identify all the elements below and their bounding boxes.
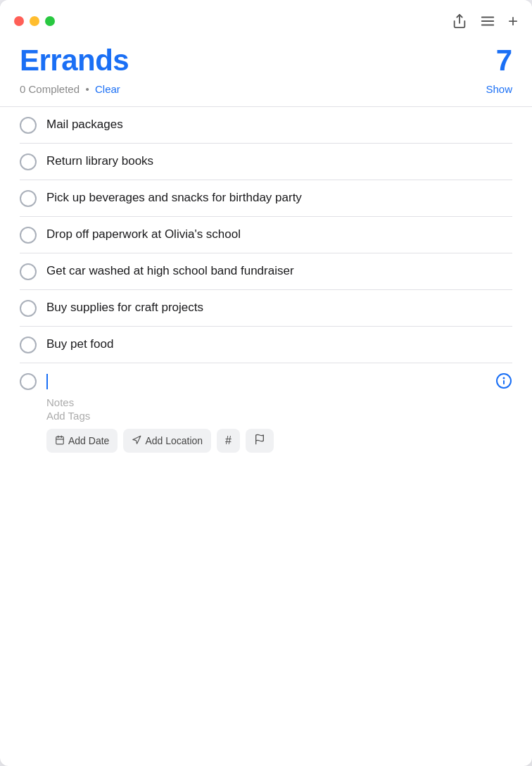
task-checkbox-4[interactable] <box>20 227 37 244</box>
location-icon <box>132 435 141 447</box>
list-header: Errands 7 <box>20 44 512 77</box>
flag-icon <box>254 434 265 448</box>
title-bar: + <box>0 0 532 37</box>
maximize-button[interactable] <box>45 16 55 26</box>
svg-rect-7 <box>56 437 64 444</box>
add-location-button[interactable]: Add Location <box>123 429 211 453</box>
task-item: Get car washed at high school band fundr… <box>20 253 512 290</box>
task-text-4: Drop off paperwork at Olivia's school <box>46 226 512 243</box>
notes-placeholder[interactable]: Notes <box>46 396 512 408</box>
task-text-7: Buy pet food <box>46 336 512 353</box>
toolbar-right: + <box>452 11 518 31</box>
list-view-icon[interactable] <box>480 13 495 29</box>
add-location-label: Add Location <box>145 435 203 446</box>
task-checkbox-1[interactable] <box>20 117 37 134</box>
task-checkbox-7[interactable] <box>20 337 37 353</box>
close-button[interactable] <box>14 16 24 26</box>
hashtag-icon: # <box>225 434 232 447</box>
task-text-1: Mail packages <box>46 116 512 133</box>
minimize-button[interactable] <box>30 16 39 26</box>
tags-placeholder[interactable]: Add Tags <box>46 410 512 422</box>
task-list: Mail packages Return library books Pick … <box>20 107 512 462</box>
task-item: Buy pet food <box>20 327 512 363</box>
clear-button[interactable]: Clear <box>95 83 120 95</box>
add-date-button[interactable]: Add Date <box>46 429 118 453</box>
task-extra: Notes Add Tags <box>20 394 512 453</box>
task-checkbox-2[interactable] <box>20 153 37 170</box>
task-input-area <box>46 372 486 389</box>
content-area: Errands 7 0 Completed • Clear Show Mail … <box>0 37 532 766</box>
app-window: + Errands 7 0 Completed • Clear Show Mai… <box>0 0 532 766</box>
task-item: Return library books <box>20 144 512 180</box>
new-task-item: Notes Add Tags <box>20 363 512 462</box>
task-text-2: Return library books <box>46 153 512 170</box>
task-checkbox-3[interactable] <box>20 190 37 207</box>
add-date-label: Add Date <box>68 435 109 446</box>
svg-marker-11 <box>133 436 141 444</box>
add-tag-button[interactable]: # <box>217 429 240 453</box>
new-task-top-row <box>20 372 512 394</box>
task-item: Pick up beverages and snacks for birthda… <box>20 180 512 217</box>
show-button[interactable]: Show <box>486 83 512 95</box>
task-item: Buy supplies for craft projects <box>20 290 512 327</box>
add-icon[interactable]: + <box>508 11 518 31</box>
share-icon[interactable] <box>452 13 467 29</box>
task-item: Drop off paperwork at Olivia's school <box>20 217 512 253</box>
task-checkbox-5[interactable] <box>20 263 37 280</box>
action-buttons: Add Date Add Location # <box>46 429 512 453</box>
traffic-lights <box>14 16 55 26</box>
completed-row: 0 Completed • Clear Show <box>20 83 512 98</box>
task-text-5: Get car washed at high school band fundr… <box>46 263 512 280</box>
task-text-6: Buy supplies for craft projects <box>46 299 512 316</box>
task-text-3: Pick up beverages and snacks for birthda… <box>46 189 512 206</box>
completed-text: 0 Completed • Clear <box>20 83 120 95</box>
calendar-icon <box>55 435 65 447</box>
list-title: Errands <box>20 44 129 77</box>
text-cursor <box>46 374 48 389</box>
task-item: Mail packages <box>20 107 512 144</box>
add-flag-button[interactable] <box>246 429 274 453</box>
task-checkbox-6[interactable] <box>20 300 37 317</box>
list-count: 7 <box>496 44 512 77</box>
task-checkbox-new[interactable] <box>20 373 37 390</box>
info-icon[interactable] <box>495 372 512 394</box>
